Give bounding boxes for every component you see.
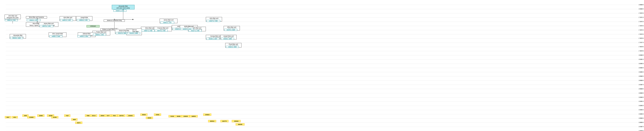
chart-container: 1680169017001710172017301740175017601770… [0,0,644,131]
year-label-right-1850: 1850 [638,76,642,77]
person-box-p2: Brice Blair and Susanna [26,16,47,18]
leaf-number-l9[interactable]: 6800 [71,118,78,120]
number-box-n11[interactable]: #0043 b. 1810 [78,35,90,37]
leaf-number-l17[interactable]: 263652 [126,114,134,117]
year-label-right-1950: 1950 [638,118,642,119]
person-box-p10: James & Catherine King [104,20,125,22]
number-box-n7[interactable]: #0092 b. 1747 [160,22,174,24]
year-label-right-1690: 1690 [638,8,642,10]
number-box-n4[interactable]: #0041 b. 1726 [60,19,73,21]
year-label-right-1930: 1930 [638,109,642,110]
year-label-right-1840: 1840 [638,71,642,73]
number-box-n6[interactable]: #0040 b. 1700 [114,10,126,12]
number-box-n9[interactable]: #0018 b. 1823 [10,37,23,39]
number-box-n14[interactable]: #0154 b. 1806 [127,32,140,34]
year-label-right-1700: 1700 [638,12,642,14]
leaf-number-l1[interactable]: 3947 [5,116,11,118]
leaf-number-l18[interactable]: 66026 [140,114,148,116]
year-label-right-1870: 1870 [638,84,642,86]
leaf-number-l10[interactable]: 39271 [75,122,82,124]
person-box-p11: Robert & Mary Bean [100,28,117,31]
number-box-n12[interactable]: #0059 b. 1790 [93,34,106,36]
number-box-n22[interactable]: #0156 b. 1855 [221,38,234,40]
year-label-right-1940: 1940 [638,113,642,115]
number-box-n23[interactable]: #0162 b. 1903 [226,46,239,48]
year-label-right-1710: 1710 [638,16,642,18]
number-box-n16[interactable]: #0079 b. 1780 [155,30,168,32]
number-box-n21[interactable]: #0136 b. 1847 [206,38,220,40]
leaf-number-l24[interactable]: 168531 [190,115,198,118]
year-label-right-1960: 1960 [638,122,642,123]
leaf-number-l23[interactable]: 129639 [182,115,190,118]
year-label-right-1900: 1900 [638,96,642,98]
year-label-right-1810: 1810 [638,58,642,60]
year-label-right-1780: 1780 [638,46,642,48]
number-box-n5[interactable]: #0038 b. 1730 [77,19,90,21]
year-label-right-1680: 1680 [638,4,642,6]
leaf-number-l28[interactable]: 339648 [232,120,241,122]
leaf-number-l4[interactable]: 131869 [27,116,35,118]
year-label-right-1860: 1860 [638,80,642,81]
number-box-n8[interactable]: #0137 b. 1785 [206,20,220,22]
year-label-right-1770: 1770 [638,42,642,43]
year-label-right-1800: 1800 [638,54,642,56]
leaf-number-l5[interactable]: 32988 [37,114,44,117]
leaf-number-l29[interactable]: 386058 [236,123,244,126]
person-box-p27: Unknown [86,25,100,28]
svg-point-39 [132,19,133,20]
year-label-right-1890: 1890 [638,92,642,94]
number-box-n19[interactable]: #0127 b. 1795 [189,30,202,32]
leaf-number-l20[interactable]: 41981 [154,114,161,116]
year-label-right-1880: 1880 [638,88,642,90]
person-box-p1: John Blair andMargaret McLuckie [4,14,21,19]
number-box-n10[interactable]: #0082 b. 1830 [50,35,62,37]
number-box-n15[interactable]: #0067 b. 1780 [142,30,154,32]
person-box-p5: Alexander Blairand Jane Scott Janey [112,5,134,10]
connector-lines [0,0,644,131]
year-label-right-1740: 1740 [638,29,642,31]
leaf-number-l26[interactable]: 200912 [208,120,216,122]
year-label-right-1790: 1790 [638,50,642,52]
year-label-right-1830: 1830 [638,67,642,68]
leaf-number-l22[interactable]: 94490 [175,115,182,118]
year-label-right-1920: 1920 [638,105,642,106]
year-label-right-1980: 1980 [638,130,642,131]
year-label-right-1720: 1720 [638,21,642,22]
number-box-n2[interactable]: #0022 b. 1720 [27,19,40,21]
number-box-n20[interactable]: #0170 b. 1825 [224,29,237,31]
number-box-n1[interactable]: #0001 b. 1720 [5,19,18,21]
leaf-number-l8[interactable]: 7427 [64,114,70,117]
year-label-right-1820: 1820 [638,63,642,64]
leaf-number-l19[interactable]: 26384 [146,117,153,119]
year-label-right-1750: 1750 [638,34,642,35]
number-box-n3[interactable]: #0073 b. 1752 [40,25,53,27]
year-label-right-1730: 1730 [638,25,642,26]
leaf-number-l16[interactable]: 130743 [117,114,126,117]
leaf-number-l27[interactable]: 264775 [220,120,228,122]
year-label-right-1910: 1910 [638,100,642,102]
number-box-n13[interactable]: #0113 b. 1804 [116,32,129,34]
leaf-number-l7[interactable]: 61352 [51,116,58,118]
leaf-number-l21[interactable]: 73150 [168,115,176,118]
leaf-number-l14[interactable]: 7277 [105,114,111,117]
leaf-number-l2[interactable]: 4311 [12,116,18,118]
leaf-number-l15[interactable]: 7933 [111,114,117,117]
year-label-right-1760: 1760 [638,38,642,39]
leaf-number-l12[interactable]: 15114 [90,114,97,117]
leaf-number-l25[interactable]: 194824 [203,114,211,116]
year-label-right-1970: 1970 [638,126,642,128]
